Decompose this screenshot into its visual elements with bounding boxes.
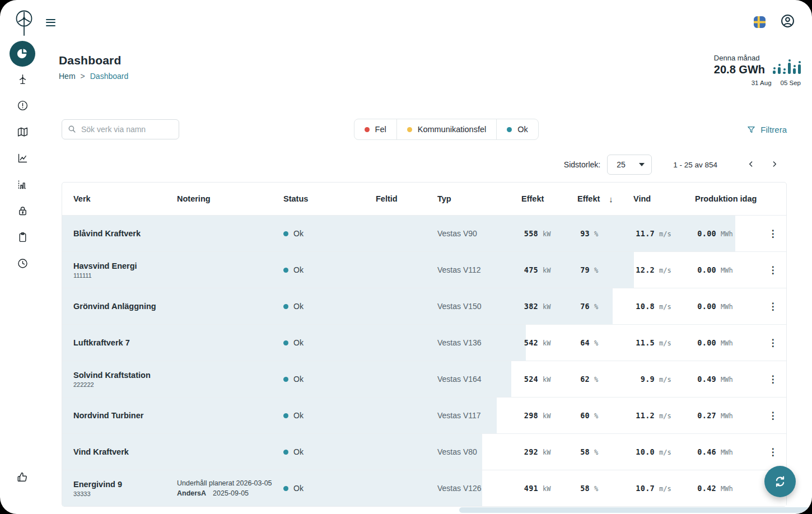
production-value: 0.42: [695, 484, 716, 493]
horizontal-scrollbar[interactable]: [459, 507, 810, 513]
sidebar-item-turbines[interactable]: [16, 73, 29, 85]
pie-chart-icon: [16, 48, 29, 60]
sidebar-item-access[interactable]: [16, 205, 29, 217]
percent-unit: %: [594, 303, 602, 311]
power-value: 491: [521, 484, 538, 493]
column-header-feltid[interactable]: Feltid: [376, 194, 437, 203]
status-label: Ok: [293, 484, 304, 493]
legend-chip-fel[interactable]: Fel: [354, 119, 397, 140]
production-unit: MWh: [721, 267, 741, 274]
plant-name: Blåvind Kraftverk: [73, 229, 177, 238]
status-dot: [283, 268, 288, 273]
column-header-effekt-pct[interactable]: Effekt ↓: [577, 194, 633, 204]
status-dot: [283, 304, 288, 309]
table-row[interactable]: Havsvind Energi 111111 Ok Vestas V112 47…: [62, 251, 786, 288]
percent-unit: %: [594, 267, 602, 274]
wind-turbine-logo-icon: [11, 8, 37, 38]
status-label: Ok: [293, 375, 304, 384]
turbine-type: Vestas V164: [437, 375, 521, 384]
table-row[interactable]: Solvind Kraftstation 222222 Ok Vestas V1…: [62, 361, 786, 397]
wind-turbine-icon: [17, 73, 29, 85]
column-header-typ[interactable]: Typ: [437, 194, 521, 203]
percent-value: 62: [577, 375, 590, 384]
filter-button[interactable]: Filtrera: [746, 125, 787, 134]
wind-value: 11.5: [633, 338, 655, 347]
breadcrumb-current[interactable]: Dashboard: [90, 72, 129, 81]
thumbs-up-icon: [16, 471, 29, 483]
account-icon[interactable]: [780, 13, 795, 30]
column-header-notering[interactable]: Notering: [177, 194, 283, 203]
status-dot: [283, 486, 288, 491]
breadcrumb-home[interactable]: Hem: [59, 72, 76, 81]
wind-value: 11.7: [633, 229, 655, 238]
sidebar-item-dashboard[interactable]: [10, 41, 35, 67]
toolbar: Fel Kommunikationsfel Ok Filtrera: [45, 119, 812, 140]
table-row[interactable]: Vind Kraftverk Ok Vestas V80 292 kW 58 %…: [62, 433, 786, 470]
note-cell: Underhåll planerat 2026-03-05 AndersA 20…: [177, 479, 283, 497]
column-header-effekt-kw[interactable]: Effekt: [521, 194, 577, 203]
row-menu-icon[interactable]: ⋮: [768, 229, 778, 239]
search-input[interactable]: [62, 119, 179, 139]
column-header-vind[interactable]: Vind: [633, 194, 695, 203]
plant-name: Grönvind Anläggning: [73, 302, 177, 311]
row-menu-icon[interactable]: ⋮: [768, 265, 778, 275]
column-header-status[interactable]: Status: [283, 194, 376, 203]
status-label: Ok: [293, 229, 304, 238]
sidebar-item-feedback[interactable]: [16, 471, 29, 483]
table-row[interactable]: Energivind 9 33333 Underhåll planerat 20…: [62, 470, 786, 506]
column-header-verk[interactable]: Verk: [73, 194, 177, 203]
table-header-row: Verk Notering Status Feltid Typ Effekt E…: [62, 183, 786, 215]
refresh-button[interactable]: [764, 466, 796, 497]
month-sparkline: [773, 56, 801, 74]
turbine-type: Vestas V112: [437, 265, 521, 274]
percent-value: 79: [577, 265, 590, 274]
legend-dot: [365, 127, 370, 132]
status-dot: [283, 340, 288, 345]
row-menu-icon[interactable]: ⋮: [768, 302, 778, 311]
row-menu-icon[interactable]: ⋮: [768, 375, 778, 384]
status-dot: [283, 231, 288, 236]
status-label: Ok: [293, 302, 304, 311]
production-unit: MWh: [721, 376, 741, 384]
status-label: Ok: [293, 338, 304, 347]
prev-page-button[interactable]: [744, 157, 758, 172]
refresh-icon: [773, 474, 787, 489]
page-size-label: Sidstorlek:: [564, 160, 600, 169]
sidebar-item-map[interactable]: [16, 126, 29, 138]
legend-chip-kommunikationsfel[interactable]: Kommunikationsfel: [396, 119, 497, 140]
table-row[interactable]: Blåvind Kraftverk Ok Vestas V90 558 kW 9…: [62, 215, 786, 251]
row-menu-icon[interactable]: ⋮: [768, 447, 778, 457]
chevron-left-icon: [746, 160, 755, 169]
percent-value: 64: [577, 338, 590, 347]
language-flag-icon[interactable]: [754, 16, 766, 28]
power-value: 292: [521, 447, 538, 456]
wind-value: 12.2: [633, 265, 655, 274]
sidebar-item-history[interactable]: [16, 258, 29, 269]
wind-value: 11.2: [633, 411, 655, 420]
power-value: 475: [521, 265, 538, 274]
page-title: Dashboard: [59, 54, 128, 67]
percent-unit: %: [594, 448, 602, 456]
column-header-produktion[interactable]: Produktion idag: [695, 194, 759, 203]
menu-icon[interactable]: [46, 17, 55, 28]
row-menu-icon[interactable]: ⋮: [768, 338, 778, 348]
sort-desc-icon[interactable]: ↓: [609, 194, 613, 204]
table-row[interactable]: Grönvind Anläggning Ok Vestas V150 382 k…: [62, 288, 786, 324]
page-size-select[interactable]: 25: [607, 155, 652, 175]
chevron-down-icon: [639, 163, 645, 166]
month-summary-label: Denna månad: [714, 54, 765, 62]
plant-id: 222222: [73, 381, 177, 388]
sidebar-item-alerts[interactable]: [16, 100, 29, 111]
plant-name: Luftkraftverk 7: [73, 338, 177, 347]
sidebar-item-reports[interactable]: [16, 231, 29, 243]
next-page-button[interactable]: [768, 157, 781, 172]
percent-value: 60: [577, 411, 590, 420]
row-menu-icon[interactable]: ⋮: [768, 411, 778, 420]
sidebar-item-statistics[interactable]: [16, 179, 29, 190]
table-row[interactable]: Nordvind Turbiner Ok Vestas V117 298 kW …: [62, 397, 786, 433]
table-row[interactable]: Luftkraftverk 7 Ok Vestas V136 542 kW 64…: [62, 324, 786, 361]
legend-chip-ok[interactable]: Ok: [496, 119, 539, 140]
pagination: Sidstorlek: 25 1 - 25 av 854: [45, 155, 812, 175]
filter-label: Filtrera: [760, 125, 787, 134]
sidebar-item-analytics[interactable]: [16, 152, 29, 164]
